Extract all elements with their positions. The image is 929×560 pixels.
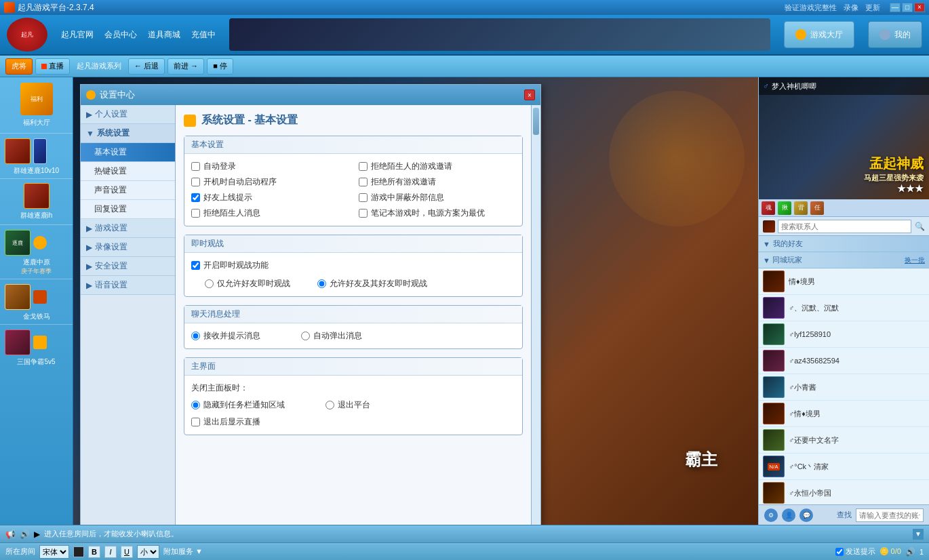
friend-item-2[interactable]: ♂、沉默、沉默: [759, 295, 929, 321]
dialog-title-content: 设置中心: [86, 89, 135, 101]
rb-icon3[interactable]: 💬: [799, 508, 813, 522]
friend-name-4: ♂az435682594: [789, 357, 839, 365]
back-btn[interactable]: ← 后退: [128, 58, 165, 75]
welfare-hall[interactable]: 福利 福利大厅: [0, 77, 73, 134]
cb-power-optimize-input[interactable]: [359, 209, 368, 218]
rb-icon2[interactable]: 👤: [782, 508, 795, 522]
nav-item-hotkey[interactable]: 热键设置: [81, 162, 175, 181]
update-btn[interactable]: 更新: [865, 3, 880, 13]
friend-item-1[interactable]: 情♦境男: [759, 268, 929, 295]
color-picker-icon[interactable]: [73, 546, 84, 557]
scroll-down-btn[interactable]: ▼: [913, 529, 924, 540]
cb-friend-online-input[interactable]: [191, 193, 200, 202]
city-players-header[interactable]: ▼ 同城玩家 换一批: [759, 252, 929, 268]
cb-refuse-all-invite-input[interactable]: [359, 178, 368, 186]
game-thumb2: [24, 183, 50, 209]
game-thumb4[interactable]: [3, 282, 70, 312]
cb-show-live-exit-input[interactable]: [191, 418, 200, 426]
radio-exit-platform-input[interactable]: [325, 401, 334, 409]
radio-friends-only-input[interactable]: [205, 279, 214, 288]
tiger-btn[interactable]: 虎将: [5, 58, 33, 75]
verify-game-btn[interactable]: 验证游戏完整性: [785, 3, 837, 13]
bold-btn[interactable]: B: [88, 546, 100, 558]
friend-item-5[interactable]: ♂小青酱: [759, 374, 929, 401]
my-friends-header[interactable]: ▼ 我的好友: [759, 236, 929, 252]
ui-icon2[interactable]: 揪: [778, 201, 791, 215]
cb-refuse-stranger-msg-label: 拒绝陌生人消息: [203, 207, 260, 219]
close-btn[interactable]: ×: [914, 3, 925, 12]
tab-mine[interactable]: 我的: [868, 21, 922, 48]
screenshot-btn[interactable]: 录像: [844, 3, 858, 13]
chat-group: 聊天消息处理 接收并提示消息 自动弹出消息: [184, 305, 523, 349]
nav-member[interactable]: 会员中心: [104, 29, 137, 41]
nav-personal-header[interactable]: ▶ 个人设置: [81, 105, 175, 124]
cb-auto-login-input[interactable]: [191, 162, 200, 171]
dialog-close-btn[interactable]: ×: [524, 89, 535, 100]
send-hint-input[interactable]: [835, 548, 844, 556]
tab-hall[interactable]: 游戏大厅: [784, 21, 854, 48]
ui-icon1[interactable]: 魂: [762, 201, 775, 215]
game-thumb5[interactable]: [3, 327, 70, 357]
nav-item-reply[interactable]: 回复设置: [81, 200, 175, 219]
friend-item-6[interactable]: ♂情♦境男: [759, 401, 929, 427]
nav-guanwang[interactable]: 起凡官网: [61, 29, 94, 41]
radio-auto-popup-input[interactable]: [301, 332, 310, 340]
friend-item-4[interactable]: ♂az435682594: [759, 348, 929, 374]
friend-item-3[interactable]: ♂lyf1258910: [759, 321, 929, 348]
switch-batch-btn[interactable]: 换一批: [905, 256, 925, 265]
radio-auto-popup-label: 自动弹出消息: [313, 330, 362, 342]
cb-autostart-input[interactable]: [191, 178, 200, 186]
nav-voice-header[interactable]: ▶ 语音设置: [81, 276, 175, 295]
stop-btn[interactable]: ■ 停: [207, 58, 233, 75]
friend-item-9[interactable]: ♂永恒小帝国: [759, 480, 929, 504]
nav-item-sound[interactable]: 声音设置: [81, 181, 175, 200]
chat-body: 接收并提示消息 自动弹出消息: [184, 323, 522, 348]
nav-shop[interactable]: 道具商城: [148, 29, 180, 41]
restore-btn[interactable]: □: [902, 3, 913, 12]
scrollbar-thumb[interactable]: [533, 108, 539, 135]
game-thumb3a[interactable]: 逐鹿: [3, 228, 70, 258]
title-bar-left: 起凡游戏平台-2.3.7.4: [4, 2, 94, 14]
game-group2[interactable]: 群雄逐鹿ih: [0, 179, 73, 225]
content-scrollbar[interactable]: [531, 105, 540, 525]
search-input[interactable]: [778, 220, 911, 233]
game-icon1a[interactable]: [3, 136, 70, 166]
cb-show-live-exit-label: 退出后显示直播: [203, 416, 260, 428]
font-select[interactable]: 宋体: [39, 545, 69, 559]
city-players-left: ▼ 同城玩家: [763, 255, 802, 265]
account-search-input[interactable]: [856, 508, 924, 522]
user-icons-row: 魂 揪 背 任: [759, 199, 929, 217]
volume-icon[interactable]: 🔊: [905, 547, 915, 557]
italic-btn[interactable]: I: [104, 546, 117, 558]
basic-settings-body: 自动登录 拒绝陌生人的游戏邀请 开机时自动启动程序: [184, 154, 522, 226]
friend-name-1: 情♦境男: [789, 277, 815, 287]
live-btn[interactable]: 直播: [35, 58, 70, 75]
radio-friends-friends-input[interactable]: [317, 279, 326, 288]
nav-system-header[interactable]: ▼ 系统设置: [81, 124, 175, 143]
rb-icon1[interactable]: ⚙: [764, 508, 778, 522]
underline-btn[interactable]: U: [121, 546, 133, 558]
nav-record-header[interactable]: ▶ 录像设置: [81, 238, 175, 257]
friend-item-7[interactable]: ♂还要中文名字: [759, 427, 929, 454]
radio-receive-msg-input[interactable]: [191, 332, 200, 340]
addon-service-btn[interactable]: 附加服务 ▼: [163, 546, 203, 557]
minimize-btn[interactable]: —: [890, 3, 901, 12]
basic-settings-group: 基本设置 自动登录 拒绝陌生人的游戏邀请: [184, 136, 523, 226]
nav-game-header[interactable]: ▶ 游戏设置: [81, 219, 175, 238]
nav-recharge[interactable]: 充值中: [191, 29, 216, 41]
cb-spectate-enable-input[interactable]: [191, 261, 200, 270]
friend-item-8[interactable]: N/A ♂°Ck丶清家: [759, 454, 929, 480]
ui-icon4[interactable]: 任: [810, 201, 824, 215]
search-icon[interactable]: 🔍: [914, 221, 925, 232]
nav-item-basic[interactable]: 基本设置: [81, 143, 175, 162]
nav-security-header[interactable]: ▶ 安全设置: [81, 257, 175, 276]
radio-hide-tray-input[interactable]: [191, 401, 200, 409]
forward-btn[interactable]: 前进 →: [167, 58, 204, 75]
cb-refuse-stranger-msg-input[interactable]: [191, 209, 200, 218]
size-select[interactable]: 小: [137, 545, 159, 559]
close-options: 隐藏到任务栏通知区域 退出平台: [191, 399, 515, 411]
cb-refuse-stranger-invite-input[interactable]: [359, 162, 368, 171]
cb-block-info-input[interactable]: [359, 193, 368, 202]
game-group4: 金戈铁马: [0, 279, 73, 325]
ui-icon3[interactable]: 背: [794, 201, 808, 215]
